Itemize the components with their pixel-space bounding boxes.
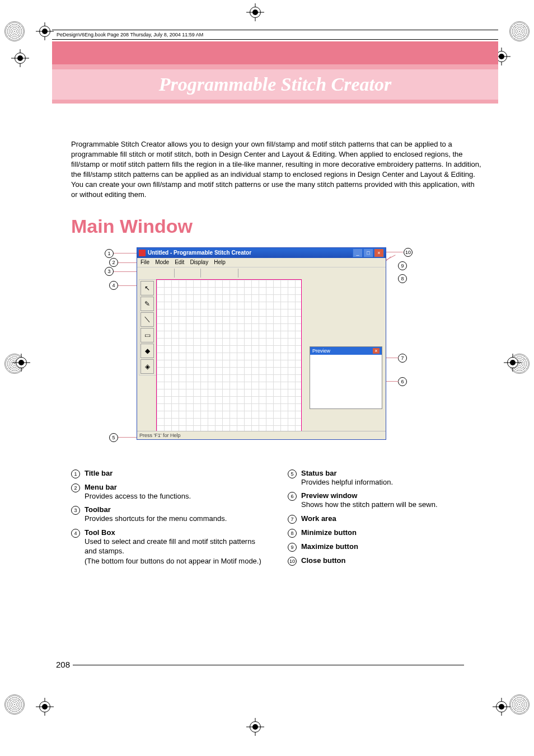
legend-desc: Provides helpful information.: [301, 477, 393, 487]
registration-mark: [493, 698, 510, 716]
client-area: ↖ ✎ ＼ ▭ ◆ ◈ Preview ×: [137, 278, 386, 431]
legend-number: 6: [288, 492, 297, 501]
legend-number: 1: [71, 469, 80, 478]
maximize-button[interactable]: □: [363, 248, 373, 257]
tool-select-icon[interactable]: ↖: [140, 281, 154, 295]
page-footer-rule: [73, 665, 464, 665]
callout-9: 9: [398, 261, 407, 270]
callout-3: 3: [105, 267, 114, 276]
toolbar-separator: [238, 269, 238, 278]
menu-display[interactable]: Display: [190, 259, 208, 265]
legend-desc: (The bottom four buttons do not appear i…: [85, 556, 265, 566]
title-bar: Untitled - Programmable Stitch Creator _…: [137, 248, 386, 258]
toolbar-button-icon[interactable]: [252, 268, 262, 278]
app-icon: [139, 250, 146, 256]
close-button[interactable]: ×: [374, 248, 384, 257]
legend-title: Preview window: [301, 491, 438, 500]
legend-title: Menu bar: [85, 483, 191, 491]
legend-item: 5Status barProvides helpful information.: [288, 469, 482, 487]
preview-title: Preview: [312, 348, 330, 354]
legend-title: Minimize button: [301, 528, 357, 537]
toolbar-save-icon[interactable]: [162, 268, 172, 278]
minimize-button[interactable]: _: [353, 248, 363, 257]
status-text: Press 'F1' for Help: [139, 433, 180, 438]
legend-item: 1Title bar: [71, 469, 265, 478]
preview-window[interactable]: Preview ×: [310, 346, 382, 409]
tool-line-icon[interactable]: ＼: [140, 312, 154, 327]
tool-point-edit-icon[interactable]: ✎: [140, 297, 154, 311]
crop-ring: [509, 21, 530, 41]
legend-desc: Provides access to the functions.: [85, 491, 191, 501]
chapter-title: Programmable Stitch Creator: [159, 74, 392, 95]
legend-item: 4Tool BoxUsed to select and create fill …: [71, 528, 265, 566]
legend-title: Title bar: [85, 469, 113, 477]
callout-2: 2: [109, 258, 118, 267]
callout-10: 10: [404, 248, 413, 257]
menu-help[interactable]: Help: [214, 259, 226, 265]
toolbar-button-icon[interactable]: [241, 268, 251, 278]
toolbar: [137, 267, 386, 279]
tool-region-icon[interactable]: ▭: [140, 328, 154, 342]
toolbar-new-icon[interactable]: [139, 268, 149, 278]
legend: 1Title bar2Menu barProvides access to th…: [71, 469, 482, 571]
legend-desc: Provides shortcuts for the menu commands…: [85, 514, 227, 524]
registration-mark: [36, 698, 54, 716]
menu-mode[interactable]: Mode: [155, 259, 169, 265]
legend-item: 7Work area: [288, 514, 482, 524]
callout-line: [385, 252, 403, 252]
tool-stamp2-icon[interactable]: ◈: [140, 359, 154, 374]
callout-6: 6: [398, 377, 407, 386]
legend-title: Close button: [301, 556, 345, 565]
callout-1: 1: [105, 249, 114, 258]
menu-bar: File Mode Edit Display Help: [137, 258, 386, 267]
legend-item: 10Close button: [288, 556, 482, 566]
status-bar: Press 'F1' for Help: [137, 431, 386, 439]
legend-desc: Shows how the stitch pattern will be sew…: [301, 500, 438, 510]
legend-title: Maximize button: [301, 542, 358, 551]
toolbar-paste-icon[interactable]: [226, 268, 236, 278]
screenshot-figure: 1 2 3 4 5 10 9 8 7 6 Unt: [105, 247, 407, 449]
section-heading: Main Window: [71, 215, 482, 237]
legend-item: 9Maximize button: [288, 542, 482, 552]
page-number: 208: [56, 660, 70, 669]
callout-7: 7: [398, 354, 407, 363]
intro-paragraph: Programmable Stitch Creator allows you t…: [71, 139, 482, 200]
tool-box: ↖ ✎ ＼ ▭ ◆ ◈: [139, 279, 157, 375]
toolbar-undo-icon[interactable]: [177, 268, 187, 278]
legend-item: 3ToolbarProvides shortcuts for the menu …: [71, 505, 265, 524]
registration-mark: [11, 49, 29, 67]
registration-mark: [246, 718, 264, 736]
callout-8: 8: [398, 274, 407, 283]
menu-edit[interactable]: Edit: [175, 259, 184, 265]
work-area[interactable]: [156, 279, 302, 431]
window-title: Untitled - Programmable Stitch Creator: [148, 250, 251, 256]
app-window: Untitled - Programmable Stitch Creator _…: [137, 247, 386, 440]
toolbar-separator: [174, 269, 175, 278]
callout-4: 4: [109, 281, 118, 290]
registration-mark: [12, 354, 30, 372]
legend-number: 4: [71, 529, 80, 538]
book-header: PeDesignV6Eng.book Page 208 Thursday, Ju…: [52, 30, 498, 40]
legend-desc: Used to select and create fill and motif…: [85, 537, 265, 556]
toolbar-redo-icon[interactable]: [188, 268, 198, 278]
toolbar-copy-icon[interactable]: [214, 268, 224, 278]
toolbar-separator: [200, 269, 201, 278]
preview-close-icon[interactable]: ×: [373, 348, 380, 354]
legend-item: 2Menu barProvides access to the function…: [71, 483, 265, 501]
legend-number: 2: [71, 483, 80, 492]
crop-ring: [4, 21, 25, 41]
menu-file[interactable]: File: [140, 259, 149, 265]
header-band: Programmable Stitch Creator: [52, 69, 498, 100]
crop-ring: [509, 694, 530, 715]
registration-mark: [504, 354, 522, 372]
callout-5: 5: [109, 433, 118, 442]
toolbar-open-icon[interactable]: [151, 268, 161, 278]
toolbar-cut-icon[interactable]: [203, 268, 213, 278]
legend-number: 3: [71, 506, 80, 515]
toolbar-button-icon[interactable]: [263, 268, 273, 278]
legend-number: 8: [288, 529, 297, 538]
legend-number: 5: [288, 469, 297, 478]
legend-number: 7: [288, 515, 297, 524]
tool-stamp-icon[interactable]: ◆: [140, 344, 154, 358]
legend-number: 9: [288, 543, 297, 552]
